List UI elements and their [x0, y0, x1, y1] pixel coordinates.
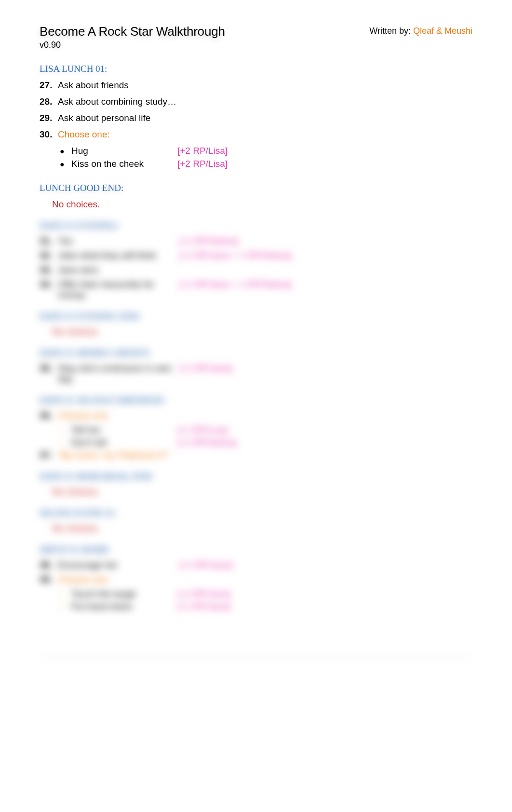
step-text: Ask about friends — [58, 80, 129, 91]
section-date-evening: DATE 01 EVENING: — [40, 220, 472, 231]
footer-divider — [40, 655, 472, 656]
section-selina-scene: SELINA SCENE 01: — [40, 508, 472, 518]
section-rehearsal-end: DATE 01 REHEARSAL END: — [40, 471, 472, 482]
bullet-touch: ○ Touch the laugh [+1 RP/Jane] — [60, 589, 472, 599]
bullet-kiss: ● Kiss on the cheek [+2 RP/Lisa] — [60, 159, 472, 169]
step-32: 32. Joke what they will think [+1 RP/Jan… — [40, 250, 472, 261]
header: Become A Rock Star Walkthrough v0.90 Wri… — [40, 24, 472, 50]
bullet-label: Tell her — [71, 425, 177, 435]
no-choices-text: No choices. — [52, 199, 472, 210]
no-choices-text: No choices. — [52, 487, 472, 497]
step-number: 29. — [40, 113, 54, 123]
step-text: Ask about personal life — [58, 113, 150, 123]
reward-text: [+2 RP/Lisa] — [177, 146, 228, 156]
bullet-icon: ● — [60, 160, 71, 169]
step-number: 28. — [40, 96, 54, 107]
step-27: 27. Ask about friends — [40, 80, 472, 91]
bullet-icon: ○ — [60, 603, 71, 611]
reward-text: [+1 RP/Jane] — [179, 560, 232, 570]
bullet-label: Kiss on the cheek — [71, 159, 177, 169]
section-memes-credits: DATE 01 MEMES CREDITS — [40, 348, 472, 358]
section-evening-end: DATE 01 EVENING END: — [40, 311, 472, 322]
bullet-icon: ● — [60, 147, 71, 156]
step-text: "By-cores / by Fieldman's?" — [58, 450, 169, 460]
choose-one-label: Choose one: — [58, 129, 110, 140]
step-37: 37. "By-cores / by Fieldman's?" — [40, 450, 472, 460]
blurred-preview: DATE 01 EVENING: 31. Yes [+1 RP/Selina] … — [40, 220, 472, 656]
step-28: 28. Ask about combining study… — [40, 96, 472, 107]
authors: Qleaf & Meushi — [413, 26, 472, 36]
section-lunch-good-end: LUNCH GOOD END: — [40, 183, 472, 193]
step-number: 39. — [40, 574, 54, 585]
bullet-label: Touch the laugh — [71, 589, 177, 599]
title-block: Become A Rock Star Walkthrough v0.90 — [40, 24, 225, 50]
reward-text: [+1 RP/Jane + 1 RP/Selina] — [179, 279, 291, 290]
step-text: Stay she's embraces in own day — [58, 363, 175, 384]
reward-text: [+1 RP/Lisa] — [177, 425, 228, 435]
choose-one-label: Choose one: — [58, 574, 110, 585]
step-38: 38. Encourage her [+1 RP/Jane] — [40, 560, 472, 570]
written-by: Written by: Qleaf & Meushi — [369, 26, 472, 36]
no-choices-text: No choices. — [52, 523, 472, 534]
bullet-dont: ○ Don't tell [+1 RP/Selina] — [60, 437, 472, 448]
step-number: 38. — [40, 560, 54, 570]
step-number: 34. — [40, 279, 54, 290]
step-39: 39. Choose one: — [40, 574, 472, 585]
reward-text: [+1 RP/Jane] — [179, 363, 232, 374]
bullet-icon: ○ — [60, 439, 71, 447]
step-number: 37. — [40, 450, 54, 460]
reward-text: [+2 RP/Lisa] — [177, 159, 228, 169]
step-number: 35. — [40, 363, 54, 374]
step-text: Offer their transcribe for money — [58, 279, 175, 300]
step-number: 32. — [40, 250, 54, 261]
section-selina-birthday: DATE 01 SELINA'S BIRTHDAY: — [40, 395, 472, 406]
step-35: 35. Stay she's embraces in own day [+1 R… — [40, 363, 472, 384]
reward-text: [+1 RP/Jane + 1 RP/Selina] — [179, 250, 291, 261]
step-29: 29. Ask about personal life — [40, 113, 472, 123]
step-text: Jane wins — [58, 265, 99, 275]
bullet-put: ○ Put hand down [+1 RP/Jane] — [60, 601, 472, 612]
step-number: 31. — [40, 236, 54, 246]
step-number: 30. — [40, 129, 54, 140]
step-36: 36. Choose one: — [40, 410, 472, 421]
bullet-label: Don't tell — [71, 437, 177, 448]
bullet-icon: ○ — [60, 591, 71, 598]
step-33: 33. Jane wins — [40, 265, 472, 275]
reward-text: [+1 RP/Jane] — [177, 589, 230, 599]
section-drive-home: DRIVE 01 HOME: — [40, 544, 472, 555]
step-text: Ask about combining study… — [58, 96, 176, 107]
choose-one-label: Choose one: — [58, 410, 110, 421]
step-31: 31. Yes [+1 RP/Selina] — [40, 236, 472, 246]
reward-text: [+1 RP/Selina] — [179, 236, 238, 246]
step-text: Encourage her — [58, 560, 175, 570]
bullet-icon: ○ — [60, 427, 71, 434]
section-lisa-lunch: LISA LUNCH 01: — [40, 64, 472, 74]
step-30: 30. Choose one: — [40, 129, 472, 140]
step-text: Joke what they will think — [58, 250, 175, 261]
reward-text: [+1 RP/Jane] — [177, 601, 230, 612]
step-number: 33. — [40, 265, 54, 275]
bullet-label: Put hand down — [71, 601, 177, 612]
bullet-label: Hug — [71, 146, 177, 156]
step-number: 27. — [40, 80, 54, 91]
bullet-hug: ● Hug [+2 RP/Lisa] — [60, 146, 472, 156]
version-label: v0.90 — [40, 40, 225, 50]
page-title: Become A Rock Star Walkthrough — [40, 24, 225, 39]
written-by-label: Written by: — [369, 26, 411, 36]
reward-text: [+1 RP/Selina] — [177, 437, 236, 448]
step-text: Yes — [58, 236, 175, 246]
no-choices-text: No choices. — [52, 326, 472, 337]
bullet-tell: ○ Tell her [+1 RP/Lisa] — [60, 425, 472, 435]
step-number: 36. — [40, 410, 54, 421]
step-34: 34. Offer their transcribe for money [+1… — [40, 279, 472, 300]
